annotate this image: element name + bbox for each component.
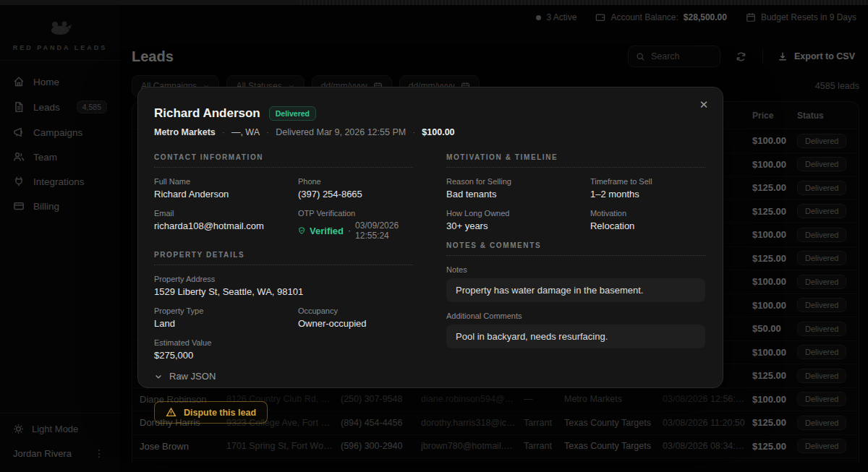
field-occupancy: Occupancy Owner-occupied bbox=[298, 306, 413, 329]
comments-label: Additional Comments bbox=[446, 312, 705, 320]
field-property-address: Property Address 1529 Liberty St, Seattl… bbox=[154, 275, 413, 297]
raw-json-toggle[interactable]: Raw JSON bbox=[154, 371, 413, 382]
modal-header: Richard Anderson Delivered bbox=[154, 106, 705, 121]
section-title: MOTIVATION & TIMELINE bbox=[446, 153, 705, 168]
modal-body: CONTACT INFORMATION Full Name Richard An… bbox=[154, 153, 705, 424]
contact-section: CONTACT INFORMATION Full Name Richard An… bbox=[154, 153, 413, 241]
notes-section: NOTES & COMMENTS Notes Property has wate… bbox=[446, 241, 705, 348]
meta-delivered-time: Delivered Mar 9, 2026 12:55 PM bbox=[276, 127, 406, 137]
dispute-lead-label: Dispute this lead bbox=[184, 408, 256, 418]
field-email: Email richarda108@hotmail.com bbox=[154, 209, 286, 241]
field-reason-for-selling: Reason for Selling Bad tenants bbox=[446, 177, 579, 199]
section-title: CONTACT INFORMATION bbox=[154, 153, 413, 168]
field-phone: Phone (397) 254-8665 bbox=[298, 177, 413, 199]
dispute-lead-button[interactable]: Dispute this lead bbox=[154, 401, 268, 424]
field-how-long-owned: How Long Owned 30+ years bbox=[446, 209, 579, 231]
section-title: PROPERTY DETAILS bbox=[154, 251, 413, 265]
meta-separator: · bbox=[266, 127, 269, 137]
field-otp-verification: OTP Verification Verified · 03/09/2026 1… bbox=[298, 209, 413, 241]
raw-json-label: Raw JSON bbox=[169, 371, 216, 382]
otp-separator: · bbox=[348, 226, 351, 236]
meta-separator: · bbox=[222, 127, 225, 137]
delivered-badge: Delivered bbox=[269, 106, 316, 121]
lead-detail-modal: ✕ Richard Anderson Delivered Metro Marke… bbox=[137, 87, 723, 388]
field-estimated-value: Estimated Value $275,000 bbox=[154, 338, 286, 361]
field-motivation: Motivation Relocation bbox=[590, 209, 705, 231]
field-timeframe: Timeframe to Sell 1–2 months bbox=[590, 177, 705, 199]
field-property-type: Property Type Land bbox=[154, 306, 286, 329]
meta-price: $100.00 bbox=[422, 127, 454, 137]
close-icon[interactable]: ✕ bbox=[694, 95, 713, 114]
otp-timestamp: 03/09/2026 12:55:24 bbox=[355, 220, 413, 241]
shield-check-icon bbox=[298, 226, 305, 236]
meta-location: —, WA bbox=[231, 127, 260, 137]
motivation-section: MOTIVATION & TIMELINE Reason for Selling… bbox=[446, 153, 705, 231]
modal-right-column: MOTIVATION & TIMELINE Reason for Selling… bbox=[446, 153, 705, 424]
section-title: NOTES & COMMENTS bbox=[446, 241, 705, 256]
chevron-down-icon bbox=[154, 372, 163, 381]
meta-campaign: Metro Markets bbox=[154, 127, 216, 137]
lead-name: Richard Anderson bbox=[154, 106, 260, 121]
meta-separator: · bbox=[412, 127, 415, 137]
property-section: PROPERTY DETAILS Property Address 1529 L… bbox=[154, 251, 413, 361]
otp-verified-status: Verified bbox=[310, 226, 344, 236]
lead-meta: Metro Markets · —, WA · Delivered Mar 9,… bbox=[154, 127, 705, 137]
notes-text: Property has water damage in the basemen… bbox=[446, 278, 705, 302]
notes-label: Notes bbox=[446, 265, 705, 274]
field-full-name: Full Name Richard Anderson bbox=[154, 177, 286, 199]
modal-left-column: CONTACT INFORMATION Full Name Richard An… bbox=[154, 153, 413, 424]
comments-text: Pool in backyard, needs resurfacing. bbox=[446, 325, 705, 348]
warning-triangle-icon bbox=[166, 407, 176, 418]
